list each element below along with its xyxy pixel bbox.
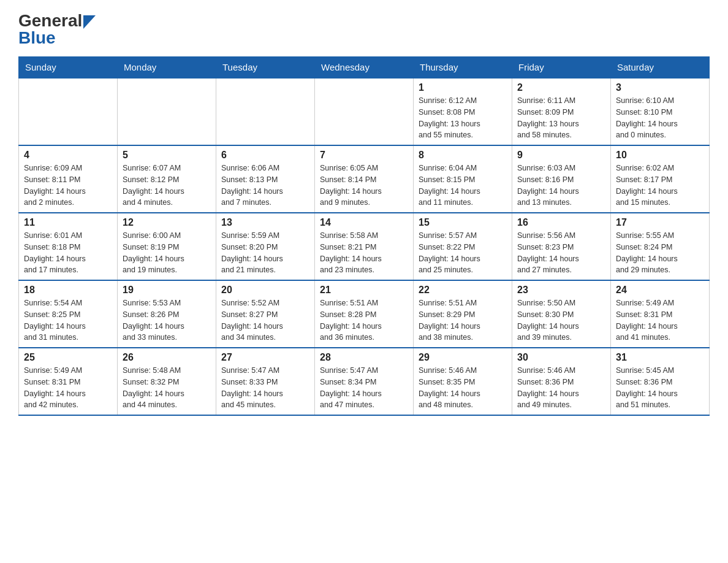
calendar-cell-w4-d7: 24Sunrise: 5:49 AM Sunset: 8:31 PM Dayli… — [611, 280, 710, 348]
calendar-cell-w2-d7: 10Sunrise: 6:02 AM Sunset: 8:17 PM Dayli… — [611, 145, 710, 213]
day-info: Sunrise: 5:57 AM Sunset: 8:22 PM Dayligh… — [419, 230, 507, 276]
day-info: Sunrise: 5:55 AM Sunset: 8:24 PM Dayligh… — [616, 230, 704, 276]
day-info: Sunrise: 5:52 AM Sunset: 8:27 PM Dayligh… — [221, 297, 309, 343]
day-number: 8 — [419, 150, 507, 161]
calendar-cell-w3-d2: 12Sunrise: 6:00 AM Sunset: 8:19 PM Dayli… — [118, 213, 216, 280]
calendar-cell-w4-d1: 18Sunrise: 5:54 AM Sunset: 8:25 PM Dayli… — [19, 280, 118, 348]
calendar-cell-w4-d4: 21Sunrise: 5:51 AM Sunset: 8:28 PM Dayli… — [315, 280, 414, 348]
day-info: Sunrise: 5:49 AM Sunset: 8:31 PM Dayligh… — [616, 297, 704, 343]
day-number: 15 — [419, 217, 507, 228]
day-number: 29 — [419, 352, 507, 363]
col-header-wednesday: Wednesday — [315, 57, 414, 79]
calendar-cell-w4-d6: 23Sunrise: 5:50 AM Sunset: 8:30 PM Dayli… — [512, 280, 611, 348]
day-number: 23 — [517, 285, 605, 296]
day-info: Sunrise: 6:10 AM Sunset: 8:10 PM Dayligh… — [616, 95, 704, 141]
day-number: 31 — [616, 352, 704, 363]
day-number: 22 — [419, 285, 507, 296]
day-number: 11 — [24, 217, 112, 228]
day-number: 20 — [221, 285, 309, 296]
day-number: 19 — [123, 285, 211, 296]
day-info: Sunrise: 5:56 AM Sunset: 8:23 PM Dayligh… — [517, 230, 605, 276]
day-info: Sunrise: 6:05 AM Sunset: 8:14 PM Dayligh… — [320, 163, 408, 209]
day-number: 12 — [123, 217, 211, 228]
calendar-cell-w2-d2: 5Sunrise: 6:07 AM Sunset: 8:12 PM Daylig… — [118, 145, 216, 213]
calendar-cell-w4-d2: 19Sunrise: 5:53 AM Sunset: 8:26 PM Dayli… — [118, 280, 216, 348]
day-number: 24 — [616, 285, 704, 296]
day-info: Sunrise: 6:12 AM Sunset: 8:08 PM Dayligh… — [419, 95, 507, 141]
day-number: 1 — [419, 82, 507, 93]
calendar-cell-w3-d4: 14Sunrise: 5:58 AM Sunset: 8:21 PM Dayli… — [315, 213, 414, 280]
day-number: 26 — [123, 352, 211, 363]
logo-arrow-icon — [83, 15, 96, 29]
day-info: Sunrise: 5:47 AM Sunset: 8:34 PM Dayligh… — [320, 365, 408, 411]
calendar-cell-w2-d6: 9Sunrise: 6:03 AM Sunset: 8:16 PM Daylig… — [512, 145, 611, 213]
calendar-cell-w5-d5: 29Sunrise: 5:46 AM Sunset: 8:35 PM Dayli… — [414, 348, 512, 415]
day-info: Sunrise: 5:58 AM Sunset: 8:21 PM Dayligh… — [320, 230, 408, 276]
day-info: Sunrise: 5:54 AM Sunset: 8:25 PM Dayligh… — [24, 297, 112, 343]
calendar-cell-w1-d6: 2Sunrise: 6:11 AM Sunset: 8:09 PM Daylig… — [512, 78, 611, 145]
calendar-cell-w5-d6: 30Sunrise: 5:46 AM Sunset: 8:36 PM Dayli… — [512, 348, 611, 415]
svg-marker-0 — [83, 15, 96, 29]
calendar-cell-w1-d7: 3Sunrise: 6:10 AM Sunset: 8:10 PM Daylig… — [611, 78, 710, 145]
day-number: 28 — [320, 352, 408, 363]
day-info: Sunrise: 5:59 AM Sunset: 8:20 PM Dayligh… — [221, 230, 309, 276]
day-number: 7 — [320, 150, 408, 161]
calendar-cell-w1-d5: 1Sunrise: 6:12 AM Sunset: 8:08 PM Daylig… — [414, 78, 512, 145]
logo: General Blue — [18, 12, 96, 47]
day-number: 3 — [616, 82, 704, 93]
day-number: 21 — [320, 285, 408, 296]
day-number: 30 — [517, 352, 605, 363]
day-info: Sunrise: 5:50 AM Sunset: 8:30 PM Dayligh… — [517, 297, 605, 343]
day-info: Sunrise: 5:46 AM Sunset: 8:35 PM Dayligh… — [419, 365, 507, 411]
calendar-cell-w4-d5: 22Sunrise: 5:51 AM Sunset: 8:29 PM Dayli… — [414, 280, 512, 348]
day-info: Sunrise: 5:47 AM Sunset: 8:33 PM Dayligh… — [221, 365, 309, 411]
day-number: 27 — [221, 352, 309, 363]
calendar-cell-w3-d7: 17Sunrise: 5:55 AM Sunset: 8:24 PM Dayli… — [611, 213, 710, 280]
day-info: Sunrise: 5:53 AM Sunset: 8:26 PM Dayligh… — [123, 297, 211, 343]
day-number: 25 — [24, 352, 112, 363]
day-info: Sunrise: 6:07 AM Sunset: 8:12 PM Dayligh… — [123, 163, 211, 209]
calendar-header-row: Sunday Monday Tuesday Wednesday Thursday… — [19, 57, 710, 79]
calendar-cell-w3-d6: 16Sunrise: 5:56 AM Sunset: 8:23 PM Dayli… — [512, 213, 611, 280]
page-header: General Blue — [18, 12, 710, 47]
day-number: 18 — [24, 285, 112, 296]
day-info: Sunrise: 5:45 AM Sunset: 8:36 PM Dayligh… — [616, 365, 704, 411]
day-number: 17 — [616, 217, 704, 228]
col-header-sunday: Sunday — [19, 57, 118, 79]
calendar-week-5: 25Sunrise: 5:49 AM Sunset: 8:31 PM Dayli… — [19, 348, 710, 415]
col-header-tuesday: Tuesday — [216, 57, 315, 79]
calendar-cell-w5-d1: 25Sunrise: 5:49 AM Sunset: 8:31 PM Dayli… — [19, 348, 118, 415]
calendar-cell-w4-d3: 20Sunrise: 5:52 AM Sunset: 8:27 PM Dayli… — [216, 280, 315, 348]
logo-general-text: General — [18, 12, 82, 29]
day-number: 14 — [320, 217, 408, 228]
calendar-cell-w1-d2 — [118, 78, 216, 145]
calendar-cell-w5-d3: 27Sunrise: 5:47 AM Sunset: 8:33 PM Dayli… — [216, 348, 315, 415]
calendar-week-3: 11Sunrise: 6:01 AM Sunset: 8:18 PM Dayli… — [19, 213, 710, 280]
calendar-cell-w3-d1: 11Sunrise: 6:01 AM Sunset: 8:18 PM Dayli… — [19, 213, 118, 280]
col-header-thursday: Thursday — [414, 57, 512, 79]
day-info: Sunrise: 5:51 AM Sunset: 8:28 PM Dayligh… — [320, 297, 408, 343]
day-info: Sunrise: 6:06 AM Sunset: 8:13 PM Dayligh… — [221, 163, 309, 209]
day-info: Sunrise: 6:04 AM Sunset: 8:15 PM Dayligh… — [419, 163, 507, 209]
calendar-cell-w2-d5: 8Sunrise: 6:04 AM Sunset: 8:15 PM Daylig… — [414, 145, 512, 213]
calendar-table: Sunday Monday Tuesday Wednesday Thursday… — [18, 56, 710, 416]
calendar-cell-w1-d1 — [19, 78, 118, 145]
day-number: 10 — [616, 150, 704, 161]
day-number: 13 — [221, 217, 309, 228]
calendar-week-1: 1Sunrise: 6:12 AM Sunset: 8:08 PM Daylig… — [19, 78, 710, 145]
calendar-cell-w2-d4: 7Sunrise: 6:05 AM Sunset: 8:14 PM Daylig… — [315, 145, 414, 213]
day-number: 5 — [123, 150, 211, 161]
calendar-week-4: 18Sunrise: 5:54 AM Sunset: 8:25 PM Dayli… — [19, 280, 710, 348]
col-header-saturday: Saturday — [611, 57, 710, 79]
day-info: Sunrise: 6:01 AM Sunset: 8:18 PM Dayligh… — [24, 230, 112, 276]
calendar-cell-w1-d3 — [216, 78, 315, 145]
calendar-week-2: 4Sunrise: 6:09 AM Sunset: 8:11 PM Daylig… — [19, 145, 710, 213]
day-info: Sunrise: 6:03 AM Sunset: 8:16 PM Dayligh… — [517, 163, 605, 209]
calendar-cell-w5-d7: 31Sunrise: 5:45 AM Sunset: 8:36 PM Dayli… — [611, 348, 710, 415]
col-header-friday: Friday — [512, 57, 611, 79]
day-info: Sunrise: 5:49 AM Sunset: 8:31 PM Dayligh… — [24, 365, 112, 411]
day-number: 4 — [24, 150, 112, 161]
day-info: Sunrise: 5:46 AM Sunset: 8:36 PM Dayligh… — [517, 365, 605, 411]
day-info: Sunrise: 5:51 AM Sunset: 8:29 PM Dayligh… — [419, 297, 507, 343]
day-number: 2 — [517, 82, 605, 93]
